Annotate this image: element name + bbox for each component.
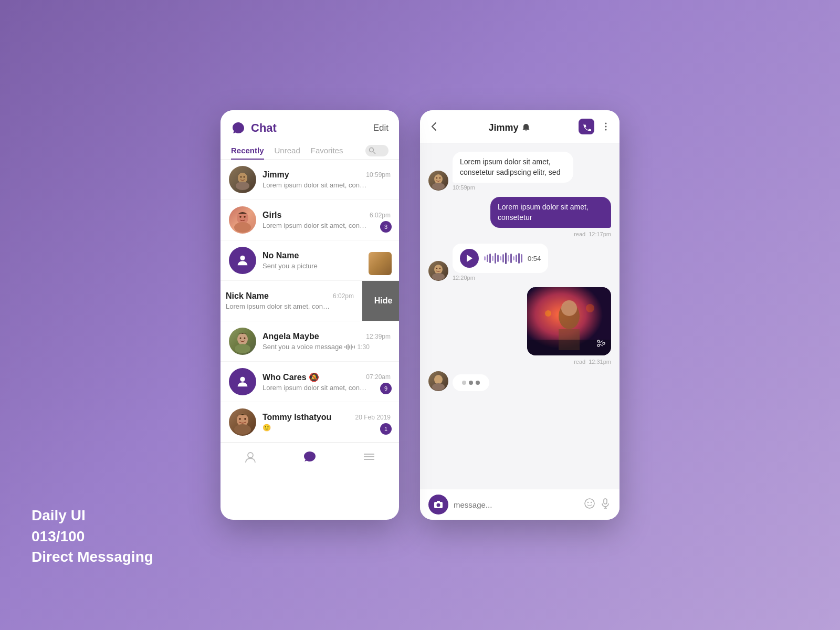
conv-name-noname: No Name — [262, 251, 299, 260]
svg-point-0 — [370, 148, 374, 152]
read-label-4: read — [574, 359, 585, 365]
conv-time-whocares: 07:20am — [366, 373, 391, 381]
msg-avatar-1 — [428, 171, 448, 191]
svg-point-37 — [434, 174, 443, 184]
svg-point-34 — [605, 123, 607, 124]
conv-jimmy[interactable]: Jimmy 10:59pm Lorem ipsum dolor sit amet… — [220, 160, 399, 200]
chat-bubble-icon — [231, 121, 246, 135]
tab-recently[interactable]: Recently — [231, 142, 264, 159]
conv-whocares[interactable]: Who Cares 🔕 07:20am Lorem ipsum dolor si… — [220, 362, 399, 402]
svg-point-56 — [437, 503, 440, 507]
bottom-tab-bar — [220, 443, 399, 470]
conv-name-row-girls: Girls 6:02pm — [262, 211, 391, 220]
chat-conversation-phone: Jimmy — [420, 110, 620, 520]
read-label-2: read — [574, 231, 585, 237]
conv-girls[interactable]: Girls 6:02pm Lorem ipsum dolor sit amet,… — [220, 200, 399, 240]
search-oval[interactable] — [365, 145, 388, 156]
svg-point-42 — [436, 268, 438, 269]
svg-point-38 — [436, 177, 438, 179]
voice-wave-icon — [344, 344, 355, 350]
edit-button[interactable]: Edit — [373, 123, 388, 133]
conv-time-girls: 6:02pm — [370, 212, 391, 219]
svg-rect-21 — [351, 344, 352, 350]
person-icon-whocares — [235, 374, 250, 389]
msg-row-3: 0:54 12:20pm — [428, 244, 611, 281]
svg-point-27 — [244, 418, 246, 420]
svg-rect-17 — [344, 346, 345, 348]
play-button[interactable] — [460, 249, 479, 268]
back-icon — [428, 121, 440, 132]
badge-tommy: 1 — [380, 423, 392, 435]
tab-favorites[interactable]: Favorites — [311, 142, 343, 159]
svg-marker-45 — [467, 255, 472, 262]
daily-ui-label: Daily UI 013/100 Direct Messaging — [32, 505, 153, 567]
play-icon — [466, 254, 473, 262]
mic-button[interactable] — [600, 498, 611, 511]
conv-msg-angela: Sent you a voice message — [262, 343, 342, 351]
waveform — [484, 252, 522, 265]
messages-body: Lorem ipsum dolor sit amet, consetetur s… — [420, 143, 620, 489]
more-options-button[interactable] — [601, 121, 611, 134]
voice-duration: 0:54 — [528, 255, 541, 262]
svg-point-51 — [586, 304, 594, 312]
bottom-contacts-icon[interactable] — [243, 449, 258, 464]
conv-content-angela: Angela Maybe 12:39pm Sent you a voice me… — [262, 332, 391, 351]
svg-point-15 — [244, 338, 246, 339]
conv-name-angela: Angela Maybe — [262, 332, 319, 341]
conv-time-nickname: 6:02pm — [333, 292, 354, 300]
dot-3 — [476, 381, 480, 385]
bubble-1: Lorem ipsum dolor sit amet, consetetur s… — [453, 152, 573, 183]
svg-rect-23 — [354, 345, 355, 349]
conv-nickname-swipe-row: Nick Name 6:02pm Lorem ipsum dolor sit a… — [220, 281, 399, 321]
svg-rect-20 — [349, 345, 350, 349]
conv-tommy[interactable]: Tommy Isthatyou 20 Feb 2019 🙂 1 — [220, 402, 399, 443]
photo-bubble-4[interactable] — [527, 287, 611, 355]
person-icon — [235, 253, 250, 268]
svg-point-5 — [244, 176, 245, 178]
svg-point-10 — [234, 222, 251, 233]
bubble-meta-1: 10:59pm — [453, 184, 573, 191]
svg-point-40 — [432, 183, 445, 190]
share-icon — [595, 338, 607, 349]
svg-point-48 — [561, 300, 577, 316]
back-button[interactable] — [428, 121, 440, 134]
share-button[interactable] — [595, 338, 607, 351]
bell-icon — [522, 123, 530, 132]
svg-point-60 — [591, 502, 592, 503]
msg-header: Jimmy — [420, 110, 620, 143]
svg-point-39 — [439, 177, 441, 179]
svg-point-24 — [240, 377, 245, 382]
outgoing-meta-4: read 12:31pm — [574, 357, 611, 365]
conv-content-whocares: Who Cares 🔕 07:20am Lorem ipsum dolor si… — [262, 372, 391, 392]
svg-point-43 — [439, 268, 441, 269]
hide-button[interactable]: Hide — [362, 281, 399, 321]
phone-call-button[interactable] — [579, 119, 594, 136]
chat-list-phone: Chat Edit Recently Unread Favorites — [220, 110, 399, 520]
svg-point-6 — [236, 182, 249, 190]
conv-msg-girls: Lorem ipsum dolor sit amet, consetetur s… — [262, 222, 368, 229]
conv-angela[interactable]: Angela Maybe 12:39pm Sent you a voice me… — [220, 321, 399, 362]
svg-point-16 — [235, 344, 250, 353]
message-input[interactable] — [454, 500, 579, 509]
conv-name-row-angela: Angela Maybe 12:39pm — [262, 332, 391, 341]
msg-row-5 — [428, 371, 611, 391]
tab-unread[interactable]: Unread — [275, 142, 300, 159]
avatar-noname — [229, 247, 256, 274]
conv-name-row-jimmy: Jimmy 10:59pm — [262, 170, 391, 180]
conv-nickname[interactable]: Nick Name 6:02pm Lorem ipsum dolor sit a… — [220, 281, 362, 321]
conv-noname[interactable]: No Name 3:37pm Sent you a picture — [220, 240, 399, 281]
emoji-button[interactable] — [584, 498, 595, 511]
svg-point-58 — [585, 499, 594, 508]
conv-time-tommy: 20 Feb 2019 — [355, 414, 391, 421]
svg-point-9 — [244, 216, 246, 218]
msg-input-actions — [584, 498, 611, 511]
svg-rect-22 — [352, 346, 353, 348]
bottom-chat-icon[interactable] — [302, 449, 317, 464]
camera-button[interactable] — [428, 495, 448, 514]
bottom-menu-icon[interactable] — [362, 449, 376, 464]
conv-name-row-tommy: Tommy Isthatyou 20 Feb 2019 — [262, 413, 391, 422]
chat-title-row: Chat — [231, 121, 277, 135]
voice-bubble-3[interactable]: 0:54 — [453, 244, 548, 273]
svg-rect-33 — [579, 119, 594, 134]
avatar-angela — [229, 328, 256, 355]
